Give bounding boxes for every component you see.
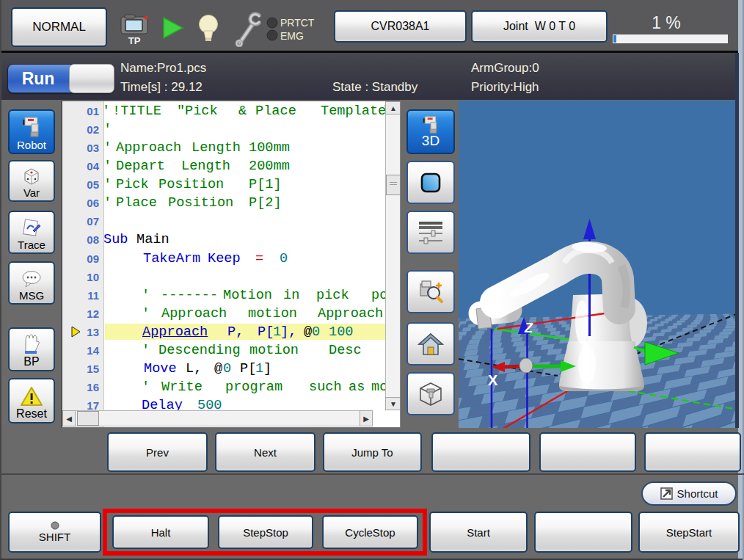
svg-text:Z: Z [524, 321, 533, 335]
svg-text:X: X [488, 372, 498, 388]
svg-text:TP: TP [128, 35, 141, 46]
